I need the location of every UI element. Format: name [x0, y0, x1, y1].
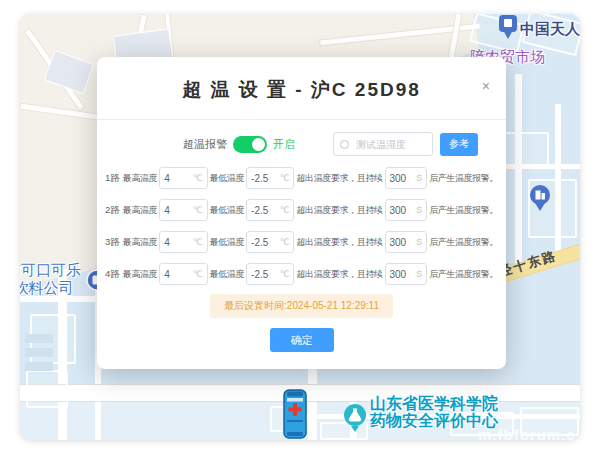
max-temp-input[interactable]: 4℃	[159, 231, 207, 253]
divider	[97, 119, 506, 120]
map-building	[25, 362, 53, 371]
alarm-state-label: 开启	[273, 137, 295, 152]
channel-row-1: 1路 最高温度 4℃ 最低温度 -2.5℃ 超出温度要求，且持续 300S 后产…	[105, 162, 498, 194]
search-group: 参考	[333, 132, 478, 156]
duration-input[interactable]: 300S	[385, 167, 428, 189]
poi-label-china: 中国天人	[520, 20, 580, 39]
duration-input[interactable]: 300S	[385, 199, 428, 221]
poi-label-cola-line1: 南可口可乐	[20, 261, 81, 278]
search-input[interactable]	[354, 138, 426, 151]
max-temp-input[interactable]: 4℃	[159, 263, 207, 285]
alarm-label: 超温报警	[183, 137, 227, 152]
min-temp-input[interactable]: -2.5℃	[246, 263, 294, 285]
exceed-label: 超出温度要求，且持续	[296, 236, 382, 249]
close-icon[interactable]: ×	[482, 79, 490, 93]
overtemp-settings-dialog: 超 温 设 置 - 沪C 25D98 × 超温报警 开启 参考 1路 最高温度	[97, 57, 506, 369]
road	[515, 74, 522, 264]
exceed-label: 超出温度要求，且持续	[296, 268, 382, 281]
alarm-toggle-group: 超温报警 开启	[183, 136, 295, 153]
suffix-label: 后产生温度报警。	[429, 268, 498, 281]
min-temp-label: 最低温度	[210, 268, 244, 281]
building-pin-icon[interactable]	[528, 184, 552, 216]
max-temp-input[interactable]: 4℃	[159, 167, 207, 189]
poi-label-cola: 南可口可乐 饮料公司	[20, 261, 81, 297]
poi-label-med-line1: 山东省医学科学院	[370, 395, 498, 412]
min-temp-input[interactable]: -2.5℃	[246, 231, 294, 253]
max-temp-label: 最高温度	[123, 236, 157, 249]
channel-rows: 1路 最高温度 4℃ 最低温度 -2.5℃ 超出温度要求，且持续 300S 后产…	[97, 162, 506, 290]
watermark: m.fbforum.c	[478, 426, 576, 443]
road-name-label: 经十东路	[497, 247, 560, 282]
suffix-label: 后产生温度报警。	[429, 172, 498, 185]
reference-button[interactable]: 参考	[440, 133, 478, 156]
suffix-label: 后产生温度报警。	[429, 204, 498, 217]
screen: 中国天人 障农贸市场 南可口可乐 饮料公司 经十东路	[0, 0, 600, 452]
min-temp-label: 最低温度	[210, 172, 244, 185]
channel-label: 4路	[105, 268, 120, 281]
confirm-button[interactable]: 确定	[270, 328, 334, 352]
duration-input[interactable]: 300S	[385, 263, 428, 285]
channel-row-3: 3路 最高温度 4℃ 最低温度 -2.5℃ 超出温度要求，且持续 300S 后产…	[105, 226, 498, 258]
map-building	[25, 334, 53, 343]
search-input-wrap	[333, 132, 433, 156]
channel-row-2: 2路 最高温度 4℃ 最低温度 -2.5℃ 超出温度要求，且持续 300S 后产…	[105, 194, 498, 226]
toggle-knob	[252, 138, 265, 151]
max-temp-label: 最高温度	[123, 172, 157, 185]
duration-input[interactable]: 300S	[385, 231, 428, 253]
channel-label: 1路	[105, 172, 120, 185]
last-set-time-wrap: 最后设置时间:2024-05-21 12:29:11	[97, 294, 506, 318]
channel-label: 3路	[105, 236, 120, 249]
min-temp-label: 最低温度	[210, 236, 244, 249]
vehicle-icon[interactable]	[280, 388, 310, 440]
dialog-title: 超 温 设 置 - 沪C 25D98	[97, 77, 506, 103]
channel-row-4: 4路 最高温度 4℃ 最低温度 -2.5℃ 超出温度要求，且持续 300S 后产…	[105, 258, 498, 290]
poi-label-med-center: 山东省医学科学院 药物安全评价中心	[370, 395, 498, 429]
last-set-time-badge: 最后设置时间:2024-05-21 12:29:11	[210, 294, 393, 318]
alarm-toggle[interactable]	[233, 136, 267, 153]
map-building	[25, 348, 53, 357]
min-temp-input[interactable]: -2.5℃	[246, 167, 294, 189]
search-icon	[340, 140, 349, 149]
max-temp-input[interactable]: 4℃	[159, 199, 207, 221]
flask-icon[interactable]	[342, 403, 368, 437]
min-temp-input[interactable]: -2.5℃	[246, 199, 294, 221]
max-temp-label: 最高温度	[123, 204, 157, 217]
exceed-label: 超出温度要求，且持续	[296, 204, 382, 217]
min-temp-label: 最低温度	[210, 204, 244, 217]
max-temp-label: 最高温度	[123, 268, 157, 281]
channel-label: 2路	[105, 204, 120, 217]
exceed-label: 超出温度要求，且持续	[296, 172, 382, 185]
controls-bar: 超温报警 开启 参考	[97, 132, 506, 156]
poi-label-cola-line2: 饮料公司	[20, 279, 74, 296]
suffix-label: 后产生温度报警。	[429, 236, 498, 249]
map-building	[26, 370, 68, 408]
map-pin-icon[interactable]	[498, 14, 518, 44]
